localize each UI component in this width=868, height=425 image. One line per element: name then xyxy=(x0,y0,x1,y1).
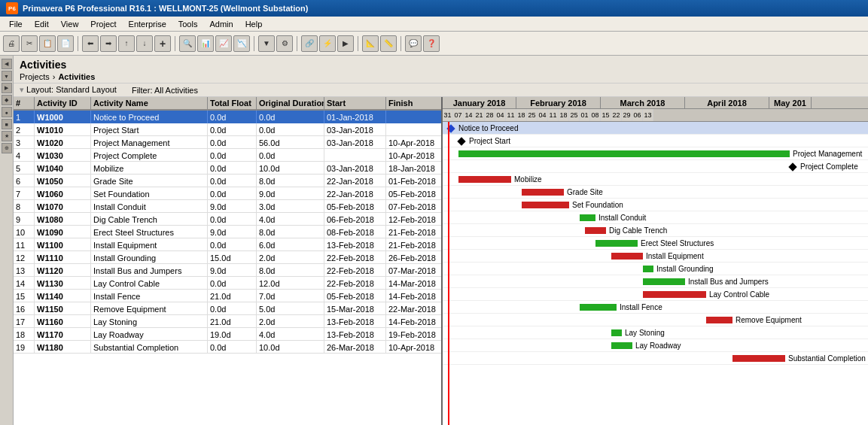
nav-icon-8[interactable]: ⊕ xyxy=(2,143,12,153)
menu-view[interactable]: View xyxy=(55,18,85,30)
toolbar-btn-16[interactable]: ▶ xyxy=(337,35,354,52)
table-row[interactable]: 2W1010Project Start0.0d0.0d03-Jan-2018 xyxy=(14,123,441,136)
toolbar-btn-12[interactable]: 📉 xyxy=(233,35,250,52)
menu-file[interactable]: File xyxy=(3,18,29,30)
gantt-bar-label: Erect Steel Structures xyxy=(641,239,714,247)
table-row[interactable]: 14W1130Lay Control Cable0.0d12.0d22-Feb-… xyxy=(14,277,441,290)
toolbar-btn-19[interactable]: 💬 xyxy=(405,35,422,52)
col-header-start[interactable]: Start xyxy=(324,97,386,110)
toolbar-btn-17[interactable]: 📐 xyxy=(362,35,379,52)
table-cell: 07-Feb-2018 xyxy=(386,200,441,213)
toolbar-btn-1[interactable]: 🖨 xyxy=(3,35,20,52)
table-cell: 10-Apr-2018 xyxy=(386,149,441,162)
table-cell: 9.0d xyxy=(208,226,257,238)
table-row[interactable]: 1W1000Notice to Proceed0.0d0.0d01-Jan-20… xyxy=(14,111,441,123)
table-row[interactable]: 10W1090Erect Steel Structures9.0d8.0d08-… xyxy=(14,226,441,238)
col-header-id[interactable]: Activity ID xyxy=(35,97,91,110)
gantt-bar-label: Dig Cable Trench xyxy=(609,226,667,235)
table-row[interactable]: 9W1080Dig Cable Trench0.0d4.0d06-Feb-201… xyxy=(14,213,441,226)
col-header-name[interactable]: Activity Name xyxy=(91,97,208,110)
breadcrumb-activities[interactable]: Activities xyxy=(58,72,95,81)
table-cell: Lay Roadway xyxy=(91,328,208,341)
table-row[interactable]: 17W1160Lay Stoning21.0d2.0d13-Feb-201814… xyxy=(14,315,441,328)
table-row[interactable]: 12W1110Install Grounding15.0d2.0d22-Feb-… xyxy=(14,251,441,264)
table-row[interactable]: 3W1020Project Management0.0d56.0d03-Jan-… xyxy=(14,136,441,149)
gantt-bar xyxy=(643,266,653,272)
toolbar-btn-3[interactable]: 📋 xyxy=(39,35,56,52)
gantt-section: January 2018February 2018March 2018April… xyxy=(443,97,868,425)
gantt-bar xyxy=(580,304,617,311)
toolbar-btn-18[interactable]: 📏 xyxy=(380,35,397,52)
toolbar-btn-13[interactable]: ⚙ xyxy=(276,35,293,52)
nav-icon-1[interactable]: ◀ xyxy=(2,59,12,69)
table-cell: 0.0d xyxy=(257,123,324,136)
toolbar-btn-10[interactable]: 📊 xyxy=(197,35,214,52)
toolbar-btn-add[interactable]: + xyxy=(154,35,171,52)
toolbar-sep-1 xyxy=(78,36,78,51)
table-cell: 03-Jan-2018 xyxy=(324,162,386,175)
toolbar-btn-15[interactable]: ⚡ xyxy=(319,35,336,52)
table-row[interactable]: 8W1070Install Conduit9.0d3.0d05-Feb-2018… xyxy=(14,200,441,213)
table-row[interactable]: 11W1100Install Equipment0.0d6.0d13-Feb-2… xyxy=(14,238,441,251)
nav-icon-7[interactable]: ★ xyxy=(2,131,12,141)
toolbar-btn-11[interactable]: 📈 xyxy=(215,35,232,52)
gantt-day-label: 11 xyxy=(506,109,516,121)
col-header-finish[interactable]: Finish xyxy=(386,97,443,110)
nav-icon-4[interactable]: ◆ xyxy=(2,95,12,105)
toolbar-btn-5[interactable]: ⬅ xyxy=(82,35,99,52)
toolbar-btn-9[interactable]: 🔍 xyxy=(179,35,196,52)
gantt-bar-label: Lay Control Cable xyxy=(709,290,769,299)
table-row[interactable]: 7W1060Set Foundation0.0d9.0d22-Jan-20180… xyxy=(14,187,441,200)
nav-icon-3[interactable]: ▶ xyxy=(2,83,12,93)
table-cell: 0.0d xyxy=(208,341,257,354)
table-cell: 14-Feb-2018 xyxy=(386,290,441,302)
gantt-row: Lay Control Cable xyxy=(443,288,868,301)
toolbar-sep-3 xyxy=(254,36,254,51)
menu-enterprise[interactable]: Enterprise xyxy=(123,18,172,30)
gantt-month-label: March 2018 xyxy=(601,97,685,108)
gantt-row: Substantial Completion xyxy=(443,352,868,365)
table-cell: 9.0d xyxy=(208,200,257,213)
table-cell: Lay Stoning xyxy=(91,315,208,328)
table-cell: 12.0d xyxy=(257,277,324,290)
nav-icon-2[interactable]: ▼ xyxy=(2,71,12,81)
toolbar-btn-filter[interactable]: ▼ xyxy=(258,35,275,52)
table-row[interactable]: 19W1180Substantial Completion0.0d10.0d26… xyxy=(14,341,441,354)
gantt-day-label: 31 xyxy=(443,109,453,121)
table-cell: 22-Mar-2018 xyxy=(386,302,441,315)
menu-edit[interactable]: Edit xyxy=(29,18,55,30)
menu-admin[interactable]: Admin xyxy=(203,18,239,30)
nav-icon-5[interactable]: ● xyxy=(2,107,12,117)
menu-help[interactable]: Help xyxy=(239,18,269,30)
toolbar-btn-6[interactable]: ➡ xyxy=(100,35,117,52)
toolbar-btn-8[interactable]: ↓ xyxy=(136,35,153,52)
table-row[interactable]: 18W1170Lay Roadway19.0d4.0d13-Feb-201819… xyxy=(14,328,441,341)
table-cell: Notice to Proceed xyxy=(91,111,208,123)
toolbar-btn-4[interactable]: 📄 xyxy=(57,35,74,52)
table-cell: 8.0d xyxy=(257,264,324,277)
table-body: 1W1000Notice to Proceed0.0d0.0d01-Jan-20… xyxy=(14,111,441,425)
table-cell: 08-Feb-2018 xyxy=(324,226,386,238)
table-cell: 0.0d xyxy=(208,111,257,123)
menu-tools[interactable]: Tools xyxy=(172,18,204,30)
table-row[interactable]: 15W1140Install Fence21.0d7.0d05-Feb-2018… xyxy=(14,290,441,302)
toolbar-btn-2[interactable]: ✂ xyxy=(21,35,38,52)
menu-project[interactable]: Project xyxy=(84,18,122,30)
toolbar-btn-20[interactable]: ❓ xyxy=(423,35,440,52)
breadcrumb-projects[interactable]: Projects xyxy=(20,72,50,81)
toolbar-btn-14[interactable]: 🔗 xyxy=(301,35,318,52)
table-cell: 0.0d xyxy=(208,162,257,175)
gantt-bar-label: Lay Roadway xyxy=(635,342,681,350)
table-cell: 13-Feb-2018 xyxy=(324,328,386,341)
col-header-float[interactable]: Total Float xyxy=(208,97,257,110)
table-cell: 26-Feb-2018 xyxy=(386,251,441,264)
table-row[interactable]: 6W1050Grade Site0.0d8.0d22-Jan-201801-Fe… xyxy=(14,175,441,187)
table-cell: 13 xyxy=(14,264,35,277)
table-row[interactable]: 4W1030Project Complete0.0d0.0d10-Apr-201… xyxy=(14,149,441,162)
table-row[interactable]: 16W1150Remove Equipment0.0d5.0d15-Mar-20… xyxy=(14,302,441,315)
table-row[interactable]: 13W1120Install Bus and Jumpers9.0d8.0d22… xyxy=(14,264,441,277)
col-header-duration[interactable]: Original Duration xyxy=(257,97,324,110)
toolbar-btn-7[interactable]: ↑ xyxy=(118,35,135,52)
nav-icon-6[interactable]: ■ xyxy=(2,119,12,129)
table-row[interactable]: 5W1040Mobilize0.0d10.0d03-Jan-201818-Jan… xyxy=(14,162,441,175)
